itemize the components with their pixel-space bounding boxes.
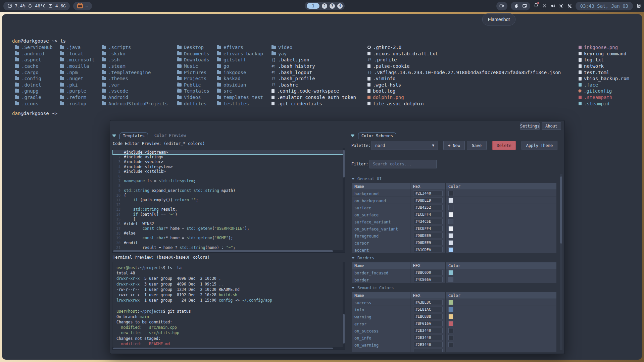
- flameshot-flame-icon[interactable]: [514, 3, 519, 8]
- brightness-icon[interactable]: [559, 3, 564, 8]
- ls-item: boot.log: [367, 88, 561, 94]
- color-swatch[interactable]: [448, 212, 453, 217]
- ls-item: .java: [60, 44, 95, 51]
- sections-scrollbar-thumb[interactable]: [560, 176, 562, 244]
- tab-color-schemes[interactable]: Color Schemes: [358, 133, 396, 139]
- tray-owl-icon[interactable]: [636, 3, 641, 8]
- color-swatch[interactable]: [448, 328, 453, 333]
- color-row: on_info#2E3440: [352, 334, 557, 341]
- section-header[interactable]: General UI: [351, 176, 557, 182]
- ls-item-name: boot.log: [373, 88, 395, 94]
- ls-item: {}.v8flags.13.6.233.10-node.27.9180b4da3…: [367, 69, 561, 75]
- apply-theme-button[interactable]: Apply Theme: [522, 141, 557, 150]
- workspace-4[interactable]: 4: [337, 3, 343, 9]
- delete-palette-button[interactable]: Delete: [492, 141, 516, 150]
- ls-item-name: src: [224, 88, 232, 94]
- color-swatch[interactable]: [448, 307, 453, 312]
- clock[interactable]: 03:43 Sat, Jan 03: [576, 2, 633, 10]
- do-not-disturb-phone-icon[interactable]: [567, 3, 572, 8]
- color-swatch[interactable]: [448, 300, 453, 305]
- hex-value-field[interactable]: #3B4252: [413, 205, 443, 210]
- screen-recorder-pill[interactable]: [496, 2, 507, 10]
- palette-dropdown[interactable]: nord ▼: [371, 141, 438, 150]
- bluetooth-off-icon[interactable]: [542, 3, 547, 8]
- new-palette-button[interactable]: + New: [443, 141, 465, 150]
- hex-value-field[interactable]: #2E3440: [413, 328, 443, 333]
- color-swatch[interactable]: [448, 205, 453, 210]
- hex-value-field[interactable]: #5E81AC: [413, 307, 443, 312]
- folder-icon: [217, 64, 221, 68]
- save-palette-button[interactable]: Save: [467, 141, 487, 150]
- tab-color-preview[interactable]: Color Preview: [151, 133, 189, 139]
- table-cell: [446, 225, 557, 232]
- hex-value-field[interactable]: [413, 349, 443, 352]
- hex-value-field[interactable]: #88C0D0: [413, 270, 443, 275]
- hex-value-field[interactable]: #A1CDFA: [413, 247, 443, 252]
- color-swatch[interactable]: [448, 240, 453, 245]
- color-swatch[interactable]: [448, 335, 453, 340]
- color-swatch[interactable]: [448, 191, 453, 196]
- hex-value-field[interactable]: #2E3440: [413, 342, 443, 347]
- terminal-hscrollbar[interactable]: [112, 347, 343, 350]
- editor-hscrollbar[interactable]: [112, 250, 343, 252]
- color-swatch[interactable]: [448, 314, 453, 319]
- hex-value-field[interactable]: #D8DEE9: [413, 240, 443, 245]
- workspace-2[interactable]: 2: [322, 3, 327, 9]
- color-filter-input[interactable]: [369, 160, 437, 168]
- ls-item-name: log.txt: [584, 57, 604, 62]
- editor-vscrollbar[interactable]: [343, 148, 345, 252]
- hex-value-field[interactable]: #A3BE8C: [413, 300, 443, 305]
- color-swatch[interactable]: [448, 277, 453, 282]
- color-swatch[interactable]: [448, 233, 453, 238]
- folder-icon: [217, 46, 221, 49]
- hex-value-field[interactable]: #BF616A: [413, 321, 443, 326]
- color-name: border: [354, 278, 369, 282]
- system-stats-pill[interactable]: 7.4% 48°C 4.6G: [3, 2, 70, 10]
- workspace-1-active[interactable]: 1: [307, 3, 319, 9]
- hex-value-field[interactable]: #ECEFF4: [413, 212, 443, 217]
- table-cell: warning: [352, 313, 410, 320]
- table-cell: [446, 190, 557, 197]
- ls-item-name: .emulator_console_auth_token: [277, 95, 356, 100]
- code-token: expand_user(: [149, 188, 180, 193]
- table-cell: #2E3440: [410, 341, 446, 348]
- section-header[interactable]: Borders: [351, 255, 557, 261]
- terminal-token: ->: [233, 298, 242, 303]
- hex-value-field[interactable]: #ECEFF4: [413, 226, 443, 231]
- pane-collapse-icon[interactable]: [112, 134, 116, 137]
- ls-item-name: .android: [21, 51, 44, 56]
- color-swatch[interactable]: [448, 219, 453, 224]
- pane-collapse-icon-right[interactable]: [351, 134, 355, 137]
- app-indicator-pill[interactable]: ~: [73, 2, 92, 10]
- file-icon: [579, 96, 582, 99]
- hex-value-field[interactable]: #2E3440: [413, 335, 443, 340]
- notifications-button[interactable]: [534, 3, 539, 9]
- color-swatch[interactable]: [448, 321, 453, 326]
- tab-templates[interactable]: Templates: [119, 133, 148, 139]
- terminal-token: modified: src/main.cpp: [116, 325, 177, 330]
- volume-icon[interactable]: [550, 3, 555, 8]
- hex-value-field[interactable]: #434C5E: [413, 219, 443, 224]
- color-row: surface_variant#434C5E: [352, 218, 557, 225]
- ls-item-name: go: [224, 63, 229, 69]
- screenshot-tool-icon[interactable]: [522, 3, 527, 8]
- hex-value-field[interactable]: #D8DEE9: [413, 233, 443, 238]
- top-bar: 7.4% 48°C 4.6G ~ 1 2 3 4 03:43 Sat, Jan …: [0, 0, 644, 12]
- hex-value-field[interactable]: #D8DEE9: [413, 198, 443, 203]
- color-swatch[interactable]: [448, 342, 453, 347]
- hex-value-field[interactable]: #EBCB8B: [413, 314, 443, 319]
- color-swatch[interactable]: [448, 198, 453, 203]
- color-swatch[interactable]: [448, 247, 453, 252]
- editor-line: 18#else: [112, 231, 345, 236]
- ls-item: .local: [60, 51, 95, 57]
- workspace-3[interactable]: 3: [330, 3, 335, 9]
- folder-icon: [60, 46, 64, 49]
- hex-value-field[interactable]: #2E3440: [413, 191, 443, 196]
- color-swatch[interactable]: [448, 226, 453, 231]
- color-swatch[interactable]: [448, 270, 453, 275]
- hex-value-field[interactable]: #4C566A: [413, 277, 443, 282]
- section-header[interactable]: Semantic Colors: [351, 285, 557, 291]
- terminal-vscrollbar[interactable]: [343, 262, 345, 350]
- ls-item: .face: [579, 82, 629, 88]
- ls-item: .ssh: [102, 57, 168, 63]
